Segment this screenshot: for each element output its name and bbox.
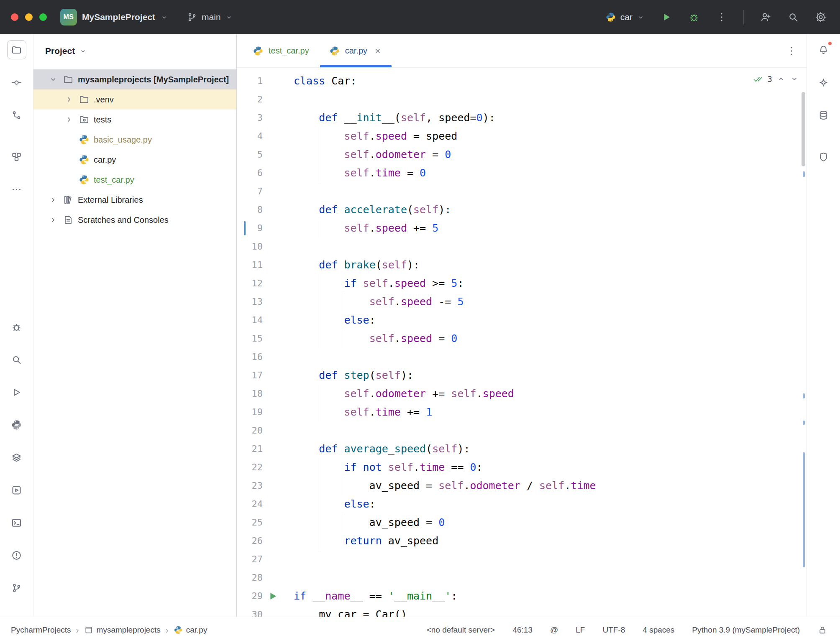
code-line-23[interactable]: 23 av_speed = self.odometer / self.time — [237, 477, 807, 495]
run-button[interactable] — [661, 11, 672, 23]
tool-stripe-find[interactable] — [7, 350, 26, 369]
tool-stripe-terminal[interactable] — [7, 513, 26, 532]
more-actions-icon[interactable] — [716, 11, 727, 23]
tree-item-car-py[interactable]: car.py — [33, 150, 236, 170]
zoom-window-button[interactable] — [39, 13, 47, 21]
code-line-20[interactable]: 20 — [237, 421, 807, 440]
code-text: else: — [294, 311, 376, 329]
code-text: def step(self): — [294, 366, 413, 385]
code-line-13[interactable]: 13 self.speed -= 5 — [237, 293, 807, 311]
tree-item-tests[interactable]: tests — [33, 110, 236, 130]
status-utf-8[interactable]: UTF-8 — [602, 625, 625, 635]
module-icon — [84, 625, 93, 635]
tree-item-mysampleprojects-mysampleproject[interactable]: mysampleprojects [MySampleProject] — [33, 69, 236, 89]
tool-stripe-notifications[interactable] — [814, 40, 833, 59]
project-widget[interactable]: MS MySampleProject — [60, 9, 168, 26]
code-line-27[interactable]: 27 — [237, 550, 807, 569]
close-tab-icon[interactable] — [373, 46, 382, 56]
code-line-5[interactable]: 5 self.odometer = 0 — [237, 145, 807, 164]
breadcrumb-car-py[interactable]: car.py — [174, 625, 207, 635]
code-line-24[interactable]: 24 else: — [237, 495, 807, 513]
tree-item-test-car-py[interactable]: test_car.py — [33, 170, 236, 190]
minimize-window-button[interactable] — [25, 13, 33, 21]
code-line-2[interactable]: 2 — [237, 90, 807, 109]
tab-car-py[interactable]: car.py — [319, 34, 392, 67]
code-line-16[interactable]: 16 — [237, 348, 807, 366]
debug-button[interactable] — [688, 11, 700, 23]
tree-item-basic-usage-py[interactable]: basic_usage.py — [33, 130, 236, 150]
code-line-15[interactable]: 15 self.speed = 0 — [237, 329, 807, 348]
tab-test-car-py[interactable]: test_car.py — [243, 34, 319, 67]
code-line-14[interactable]: 14 else: — [237, 311, 807, 329]
status-no-default-server[interactable]: <no default server> — [427, 625, 495, 635]
tool-stripe-version-control[interactable] — [7, 578, 26, 597]
code-line-30[interactable]: 30 my_car = Car() — [237, 605, 807, 617]
tool-stripe-debug[interactable] — [7, 317, 26, 337]
code-line-7[interactable]: 7 — [237, 182, 807, 201]
breadcrumb-mysampleprojects[interactable]: mysampleprojects — [84, 625, 161, 635]
tool-stripe-run[interactable] — [7, 383, 26, 402]
status-46-13[interactable]: 46:13 — [512, 625, 533, 635]
tool-stripe-ai-assistant[interactable] — [814, 73, 833, 92]
tool-stripe-python-console[interactable] — [7, 448, 26, 467]
status-lf[interactable]: LF — [576, 625, 585, 635]
code-line-6[interactable]: 6 self.time = 0 — [237, 164, 807, 182]
code-line-4[interactable]: 4 self.speed = speed — [237, 127, 807, 145]
breadcrumb-pycharmprojects[interactable]: PycharmProjects — [11, 625, 71, 635]
tool-stripe-database[interactable] — [814, 105, 833, 125]
tool-stripe-commit[interactable] — [7, 73, 26, 92]
code-line-10[interactable]: 10 — [237, 237, 807, 256]
code-line-9[interactable]: 9 self.speed += 5 — [237, 219, 807, 237]
project-panel-header[interactable]: Project — [33, 34, 236, 68]
prev-problem-icon[interactable] — [776, 74, 786, 84]
code-line-18[interactable]: 18 self.odometer += self.speed — [237, 385, 807, 403]
tool-stripe-project[interactable] — [7, 40, 26, 59]
status-python-3-9-mysampleproject[interactable]: Python 3.9 (mySampleProject) — [692, 625, 800, 635]
status-[interactable]: @ — [550, 625, 558, 635]
code-line-19[interactable]: 19 self.time += 1 — [237, 403, 807, 421]
search-everywhere-button[interactable] — [787, 11, 799, 23]
tool-stripe-problems[interactable] — [7, 546, 26, 565]
tool-stripe-services[interactable] — [7, 480, 26, 500]
editor-scrollbar-thumb[interactable] — [802, 92, 805, 166]
close-window-button[interactable] — [11, 13, 18, 21]
chevron-down-icon[interactable] — [49, 75, 58, 84]
inspection-widget[interactable]: 3 — [753, 74, 799, 84]
code-line-21[interactable]: 21 def average_speed(self): — [237, 440, 807, 458]
tool-stripe-vcs-graph[interactable] — [7, 105, 26, 125]
code-line-11[interactable]: 11 def brake(self): — [237, 256, 807, 274]
code-line-17[interactable]: 17 def step(self): — [237, 366, 807, 385]
chevron-right-icon[interactable] — [64, 115, 74, 124]
code-line-29[interactable]: 29if __name__ == '__main__': — [237, 587, 807, 605]
tree-item-venv[interactable]: .venv — [33, 89, 236, 110]
status-4-spaces[interactable]: 4 spaces — [643, 625, 674, 635]
tool-stripe-security[interactable] — [814, 147, 833, 166]
tab-options-icon[interactable] — [786, 45, 797, 57]
right-tool-stripe — [807, 34, 840, 617]
code-line-28[interactable]: 28 — [237, 569, 807, 587]
code-line-22[interactable]: 22 if not self.time == 0: — [237, 458, 807, 477]
run-gutter-icon[interactable] — [267, 590, 279, 602]
run-config-widget[interactable]: car — [605, 12, 645, 23]
tool-stripe-more-tool-windows[interactable] — [7, 180, 26, 199]
chevron-right-icon[interactable] — [64, 95, 74, 104]
code-line-26[interactable]: 26 return av_speed — [237, 532, 807, 550]
tree-item-external-libraries[interactable]: External Libraries — [33, 190, 236, 210]
code-line-8[interactable]: 8 def accelerate(self): — [237, 201, 807, 219]
tool-stripe-python-packages[interactable] — [7, 415, 26, 434]
code-with-me-button[interactable] — [760, 11, 771, 23]
breadcrumb-separator: › — [166, 625, 169, 635]
code-line-25[interactable]: 25 av_speed = 0 — [237, 513, 807, 532]
next-problem-icon[interactable] — [790, 74, 799, 84]
code-line-12[interactable]: 12 if self.speed >= 5: — [237, 274, 807, 293]
settings-button[interactable] — [815, 11, 827, 23]
tree-item-scratches-and-consoles[interactable]: Scratches and Consoles — [33, 210, 236, 230]
tool-stripe-structure[interactable] — [7, 147, 26, 166]
lock-icon[interactable] — [817, 625, 827, 635]
code-line-3[interactable]: 3 def __init__(self, speed=0): — [237, 109, 807, 127]
chevron-right-icon[interactable] — [49, 215, 58, 225]
chevron-right-icon[interactable] — [49, 195, 58, 204]
code-line-1[interactable]: 1class Car: — [237, 72, 807, 90]
branch-widget[interactable]: main — [187, 12, 233, 23]
code-editor[interactable]: 1class Car:23 def __init__(self, speed=0… — [237, 68, 807, 617]
